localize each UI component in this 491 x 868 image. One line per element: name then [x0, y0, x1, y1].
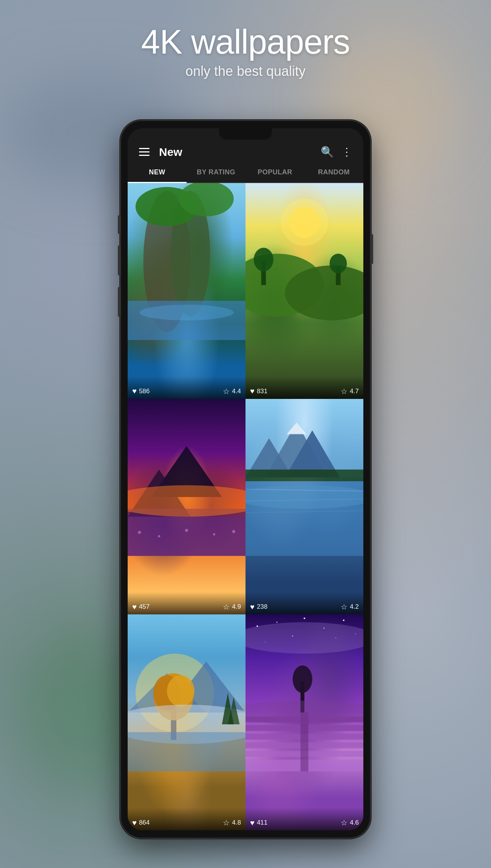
- svg-point-32: [246, 485, 363, 508]
- app-title: New: [159, 146, 321, 159]
- cell-6-likes: 411: [257, 819, 341, 826]
- cell-2-stats: ♥ 831 ☆ 4.7: [246, 384, 363, 399]
- cell-3-rating: 4.9: [232, 603, 241, 611]
- svg-point-20: [158, 535, 160, 537]
- cell-6-heart-icon: ♥: [250, 819, 255, 827]
- wallpaper-cell-1[interactable]: ♥ 586 ☆ 4.4: [128, 183, 246, 399]
- title-section: 4K wallpapers only the best quality: [0, 23, 491, 79]
- svg-point-5: [139, 305, 234, 320]
- cell-1-stats: ♥ 586 ☆ 4.4: [128, 384, 246, 399]
- cell-3-stats: ♥ 457 ☆ 4.9: [128, 599, 246, 614]
- more-options-icon[interactable]: ⋮: [341, 146, 352, 158]
- cell-3-heart-icon: ♥: [132, 603, 137, 611]
- top-icons: 🔍 ⋮: [321, 146, 352, 158]
- cell-1-heart-icon: ♥: [132, 387, 137, 396]
- svg-point-48: [276, 622, 278, 623]
- sub-title: only the best quality: [0, 63, 491, 79]
- search-icon[interactable]: 🔍: [321, 146, 334, 158]
- hamburger-menu-button[interactable]: [139, 148, 150, 156]
- cell-1-star-icon: ☆: [223, 387, 230, 396]
- wallpaper-cell-5[interactable]: ♥ 864 ☆ 4.8: [128, 614, 246, 830]
- tab-random[interactable]: RANDOM: [304, 162, 363, 182]
- cell-3-star-icon: ☆: [223, 602, 230, 611]
- wallpaper-cell-4[interactable]: ♥ 238 ☆ 4.2: [246, 399, 363, 615]
- svg-rect-18: [128, 517, 246, 556]
- cell-5-stats: ♥ 864 ☆ 4.8: [128, 815, 246, 830]
- svg-point-11: [254, 248, 273, 271]
- cell-6-stats: ♥ 411 ☆ 4.6: [246, 815, 363, 830]
- wallpaper-cell-2[interactable]: ♥ 831 ☆ 4.7: [246, 183, 363, 399]
- svg-rect-44: [128, 732, 246, 771]
- phone-mockup: New 🔍 ⋮ NEW BY RATING POPULAR: [121, 121, 370, 838]
- tab-by-rating[interactable]: BY RATING: [187, 162, 246, 182]
- cell-2-heart-icon: ♥: [250, 387, 255, 396]
- wallpaper-grid: ♥ 586 ☆ 4.4: [128, 183, 363, 830]
- cell-5-rating: 4.8: [232, 819, 241, 826]
- cell-4-likes: 238: [257, 603, 341, 611]
- cell-4-rating: 4.2: [350, 603, 359, 611]
- tab-new[interactable]: NEW: [128, 162, 187, 182]
- svg-point-23: [232, 530, 235, 533]
- wallpaper-cell-3[interactable]: ♥ 457 ☆ 4.9: [128, 399, 246, 615]
- cell-1-rating: 4.4: [232, 388, 241, 395]
- app-content: New 🔍 ⋮ NEW BY RATING POPULAR: [128, 128, 363, 830]
- svg-point-66: [246, 701, 363, 724]
- cell-4-star-icon: ☆: [341, 602, 347, 611]
- cell-4-heart-icon: ♥: [250, 603, 255, 611]
- phone-notch: [219, 128, 272, 140]
- main-title: 4K wallpapers: [0, 23, 491, 62]
- power-button: [370, 234, 373, 264]
- svg-point-49: [304, 618, 305, 619]
- cell-5-likes: 864: [139, 819, 223, 826]
- volume-up-button: [118, 245, 121, 275]
- svg-point-51: [343, 620, 344, 621]
- phone-screen: New 🔍 ⋮ NEW BY RATING POPULAR: [128, 128, 363, 830]
- cell-1-likes: 586: [139, 388, 223, 395]
- svg-point-7: [281, 199, 328, 246]
- phone-frame: New 🔍 ⋮ NEW BY RATING POPULAR: [121, 121, 370, 838]
- cell-5-star-icon: ☆: [223, 818, 230, 827]
- mute-button: [118, 215, 121, 234]
- tab-popular[interactable]: POPULAR: [246, 162, 304, 182]
- svg-point-17: [128, 485, 246, 516]
- svg-point-19: [138, 531, 141, 534]
- svg-point-56: [246, 622, 363, 654]
- cell-6-star-icon: ☆: [341, 818, 347, 827]
- svg-point-22: [213, 533, 215, 535]
- cell-6-rating: 4.6: [350, 819, 359, 826]
- cell-4-stats: ♥ 238 ☆ 4.2: [246, 599, 363, 614]
- svg-point-21: [185, 529, 188, 532]
- cell-2-star-icon: ☆: [341, 387, 347, 396]
- cell-5-heart-icon: ♥: [132, 819, 137, 827]
- svg-rect-30: [246, 469, 363, 481]
- svg-point-13: [330, 254, 347, 273]
- volume-down-button: [118, 287, 121, 317]
- cell-2-likes: 831: [257, 388, 341, 395]
- cell-3-likes: 457: [139, 603, 223, 611]
- svg-point-58: [293, 666, 312, 693]
- tab-bar: NEW BY RATING POPULAR RANDOM: [128, 162, 363, 183]
- svg-point-42: [167, 676, 195, 707]
- wallpaper-cell-6[interactable]: ♥ 411 ☆ 4.6: [246, 614, 363, 830]
- cell-2-rating: 4.7: [350, 388, 359, 395]
